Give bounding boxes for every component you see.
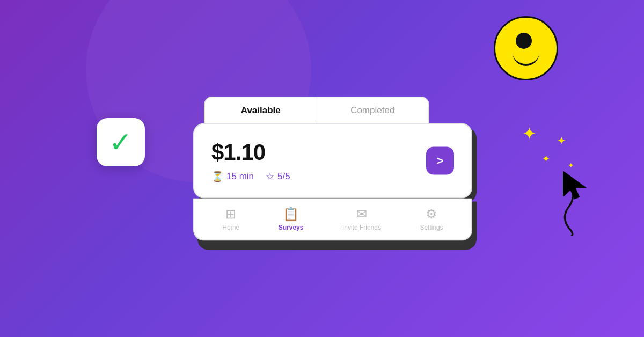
invite-icon: ✉ [356,207,367,222]
nav-bar: ⊞ Home 📋 Surveys ✉ Invite Friends ⚙ Sett… [193,199,472,241]
nav-label-home: Home [222,224,239,231]
tab-bar: Available Completed [204,97,429,123]
sparkle-icon-2: ✦ [542,153,550,165]
smiley-decoration [494,16,558,80]
sparkle-icon-3: ✦ [557,134,566,147]
nav-item-settings[interactable]: ⚙ Settings [420,207,443,231]
svg-marker-0 [564,172,585,199]
surveys-icon: 📋 [283,207,299,222]
nav-bar-wrapper: ⊞ Home 📋 Surveys ✉ Invite Friends ⚙ Sett… [193,199,472,241]
checkmark-icon: ✓ [109,126,133,158]
nav-item-surveys[interactable]: 📋 Surveys [279,207,304,231]
nav-item-home[interactable]: ⊞ Home [222,207,239,231]
star-icon: ☆ [266,171,274,182]
card-details: ⏳ 15 min ☆ 5/5 [211,171,290,182]
nav-label-surveys: Surveys [279,224,304,231]
card-info: $1.10 ⏳ 15 min ☆ 5/5 [211,140,290,182]
nav-item-invite[interactable]: ✉ Invite Friends [342,207,381,231]
tab-completed[interactable]: Completed [317,98,429,123]
nav-label-invite: Invite Friends [342,224,381,231]
card-price: $1.10 [211,140,290,165]
time-icon: ⏳ [211,171,223,182]
rating-detail: ☆ 5/5 [266,171,290,182]
sparkle-icon-4: ✦ [568,161,574,170]
time-detail: ⏳ 15 min [211,171,254,182]
settings-icon: ⚙ [426,207,437,222]
card-arrow-button[interactable]: > [426,147,454,175]
sparkle-icon-1: ✦ [522,123,537,144]
completion-badge: ✓ [97,118,145,166]
nav-label-settings: Settings [420,224,443,231]
home-icon: ⊞ [225,207,236,222]
survey-card[interactable]: $1.10 ⏳ 15 min ☆ 5/5 > [193,123,472,199]
tab-available[interactable]: Available [205,98,317,123]
main-content: Available Completed $1.10 ⏳ 15 min ☆ 5/5 [172,97,472,241]
survey-card-container: $1.10 ⏳ 15 min ☆ 5/5 > [193,123,472,199]
